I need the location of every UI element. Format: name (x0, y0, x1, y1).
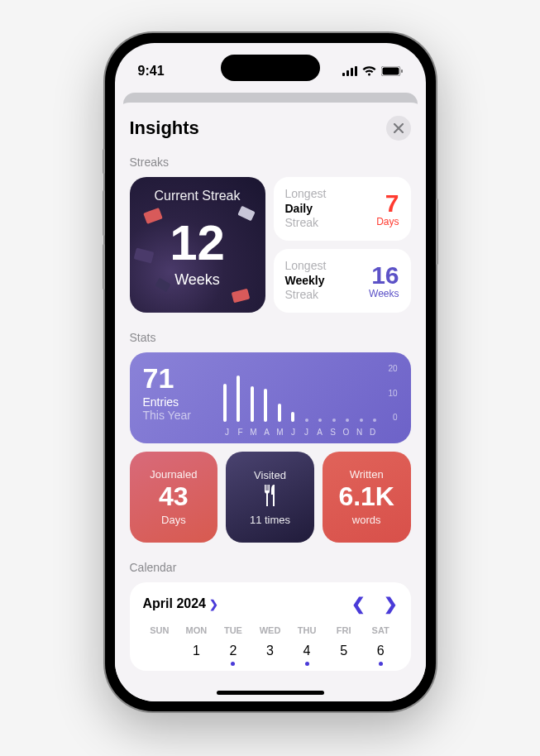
phone-frame: 9:41 Insights Streaks (105, 33, 436, 711)
cellular-icon (342, 66, 357, 76)
current-streak-value: 12 (130, 218, 265, 268)
chart-bar (303, 419, 312, 422)
calendar-next-button[interactable]: ❯ (384, 594, 398, 614)
calendar-dow: MON (179, 625, 213, 635)
calendar-dow: TUE (217, 625, 251, 635)
calendar-day[interactable]: 3 (253, 640, 287, 666)
y-axis-labels: 20100 (388, 364, 397, 422)
calendar-dow: FRI (327, 625, 361, 635)
entries-chart: 20100 JFMAMJJASOND (221, 364, 398, 437)
x-tick: S (327, 428, 340, 437)
stat-value: 11 times (250, 514, 290, 526)
label-line: Longest (285, 187, 327, 202)
x-tick: M (274, 428, 287, 437)
current-streak-unit: Weeks (130, 271, 265, 289)
dynamic-island (221, 55, 320, 81)
mini-unit: Days (376, 216, 399, 227)
mini-right: 16 Weeks (369, 263, 399, 299)
wifi-icon (362, 66, 376, 76)
calendar-label: Calendar (130, 561, 411, 574)
chart-bars (221, 367, 380, 422)
battery-icon (381, 66, 403, 76)
svg-rect-6 (401, 69, 403, 73)
stats-label: Stats (130, 331, 411, 344)
label-line: Weekly (285, 274, 327, 289)
label-line: Daily (285, 202, 327, 217)
restaurant-icon (260, 485, 280, 512)
svg-rect-1 (346, 70, 349, 76)
calendar-grid: SUNMONTUEWEDTHUFRISAT123456 (143, 625, 398, 666)
calendar-dow: SUN (143, 625, 177, 635)
chart-bar (357, 419, 366, 422)
longest-daily-card[interactable]: Longest Daily Streak 7 Days (274, 177, 411, 241)
entries-card[interactable]: 71 Entries This Year 20100 JFMAMJJASOND (130, 352, 411, 443)
side-button (436, 199, 438, 265)
y-tick: 20 (388, 364, 397, 373)
x-tick: J (300, 428, 313, 437)
written-card[interactable]: Written 6.1K words (323, 452, 411, 543)
mini-right: 7 Days (376, 191, 399, 227)
chart-bar (289, 412, 298, 422)
x-tick: J (287, 428, 300, 437)
status-icons (342, 66, 403, 76)
calendar-month-button[interactable]: April 2024 ❯ (143, 596, 218, 611)
chart-bar (234, 376, 243, 422)
x-tick: N (353, 428, 366, 437)
x-axis-labels: JFMAMJJASOND (221, 428, 380, 437)
stat-unit: words (352, 514, 381, 526)
chart-bar (330, 419, 339, 422)
home-indicator[interactable] (217, 691, 324, 695)
chart-bar (370, 419, 380, 422)
calendar-day[interactable]: 2 (217, 640, 251, 666)
calendar-day[interactable]: 4 (290, 640, 324, 666)
visited-card[interactable]: Visited 11 times (226, 452, 314, 543)
chart-bar (343, 419, 352, 422)
calendar-dow: SAT (364, 625, 398, 635)
calendar-day[interactable]: 5 (327, 640, 361, 666)
current-streak-card[interactable]: Current Streak 12 Weeks (130, 177, 265, 313)
side-button (103, 244, 105, 289)
stat-top: Visited (254, 469, 286, 481)
x-tick: J (221, 428, 234, 437)
calendar-dow: THU (290, 625, 324, 635)
stat-value: 6.1K (338, 482, 394, 511)
chart-bar (248, 386, 257, 422)
svg-rect-5 (382, 68, 399, 75)
svg-rect-0 (342, 73, 345, 76)
stat-top: Written (350, 468, 384, 481)
x-tick: A (260, 428, 274, 437)
journaled-card[interactable]: Journaled 43 Days (130, 452, 218, 543)
streaks-label: Streaks (130, 156, 411, 169)
longest-weekly-card[interactable]: Longest Weekly Streak 16 Weeks (274, 249, 411, 313)
mini-value: 16 (369, 263, 399, 288)
calendar-header: April 2024 ❯ ❮ ❯ (143, 594, 398, 614)
entries-left: 71 Entries This Year (143, 364, 209, 437)
side-button (103, 149, 105, 174)
calendar-dot-icon (379, 662, 383, 666)
screen: 9:41 Insights Streaks (115, 43, 426, 701)
calendar-dow: WED (253, 625, 287, 635)
entries-label2: This Year (143, 409, 209, 422)
chart-bar (275, 404, 284, 422)
chevron-right-icon: ❯ (209, 598, 218, 610)
x-tick: D (366, 428, 380, 437)
confetti-icon (231, 289, 250, 304)
close-button[interactable] (386, 116, 411, 141)
chart-bar (316, 419, 325, 422)
calendar-card: April 2024 ❯ ❮ ❯ SUNMONTUEWEDTHUFRISAT12… (130, 582, 411, 671)
entries-label1: Entries (143, 395, 209, 409)
calendar-day[interactable]: 1 (179, 640, 213, 666)
x-tick: M (247, 428, 260, 437)
calendar-prev-button[interactable]: ❮ (351, 594, 366, 614)
y-tick: 10 (388, 389, 397, 398)
stat-value: 43 (159, 482, 189, 511)
stat-unit: Days (161, 514, 186, 526)
status-time: 9:41 (138, 64, 165, 79)
mini-unit: Weeks (369, 288, 399, 299)
calendar-month-label: April 2024 (143, 596, 206, 611)
svg-rect-2 (351, 68, 353, 76)
calendar-day[interactable]: 6 (364, 640, 398, 666)
entries-value: 71 (143, 364, 209, 392)
stat-top: Journaled (150, 468, 197, 481)
x-tick: O (340, 428, 353, 437)
